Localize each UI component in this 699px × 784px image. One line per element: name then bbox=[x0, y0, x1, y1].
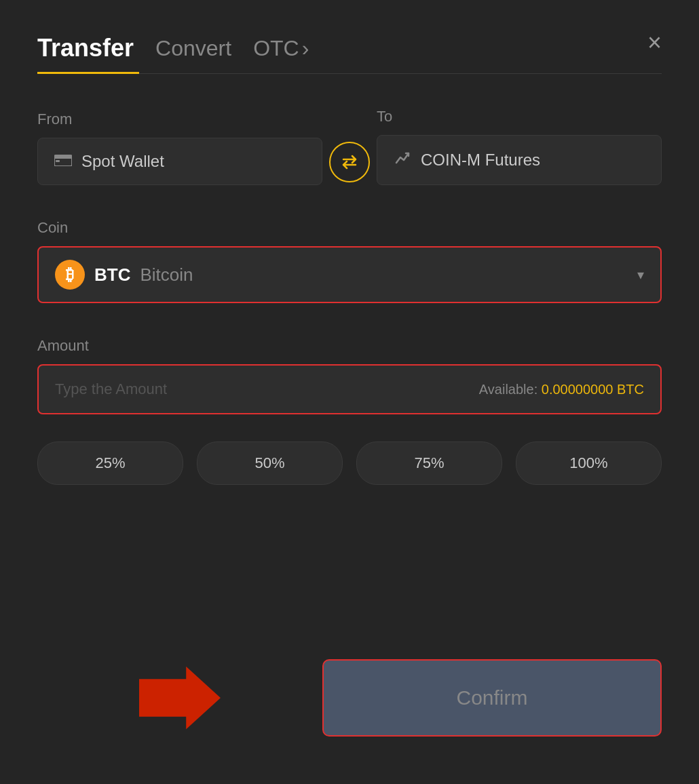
modal-container: Transfer Convert OTC › × From Spot Walle… bbox=[0, 0, 699, 784]
coin-fullname: Bitcoin bbox=[140, 264, 193, 286]
swap-btn-container bbox=[322, 142, 377, 185]
from-to-section: From Spot Wallet bbox=[37, 108, 662, 185]
tab-otc-label: OTC bbox=[253, 36, 299, 61]
coin-label: Coin bbox=[37, 219, 662, 237]
swap-button[interactable] bbox=[329, 142, 370, 182]
tab-transfer[interactable]: Transfer bbox=[37, 34, 134, 62]
btc-icon: ₿ bbox=[55, 260, 85, 290]
coin-selector[interactable]: ₿ BTC Bitcoin ▾ bbox=[37, 246, 662, 303]
amount-section: Amount Available: 0.00000000 BTC bbox=[37, 337, 662, 414]
header: Transfer Convert OTC › bbox=[37, 34, 662, 62]
from-wallet-selector[interactable]: Spot Wallet bbox=[37, 138, 322, 185]
pct-50-button[interactable]: 50% bbox=[197, 442, 343, 485]
to-label: To bbox=[377, 108, 662, 125]
amount-available: Available: 0.00000000 BTC bbox=[479, 382, 644, 397]
tab-underline bbox=[37, 73, 662, 74]
svg-rect-1 bbox=[54, 155, 72, 159]
btc-symbol-char: ₿ bbox=[66, 265, 74, 284]
coin-symbol: BTC bbox=[94, 264, 130, 286]
futures-icon bbox=[394, 149, 411, 171]
to-wallet-label: COIN-M Futures bbox=[421, 151, 540, 170]
available-value: 0.00000000 BTC bbox=[542, 382, 644, 397]
amount-label: Amount bbox=[37, 337, 662, 355]
from-wallet-label: Spot Wallet bbox=[81, 152, 164, 171]
pct-100-button[interactable]: 100% bbox=[516, 442, 662, 485]
pct-75-button[interactable]: 75% bbox=[356, 442, 502, 485]
tab-convert[interactable]: Convert bbox=[155, 36, 231, 61]
svg-marker-3 bbox=[139, 667, 221, 729]
tab-otc[interactable]: OTC › bbox=[253, 36, 309, 61]
arrow-container bbox=[37, 664, 322, 732]
to-wallet-selector[interactable]: COIN-M Futures bbox=[377, 135, 662, 185]
pct-25-button[interactable]: 25% bbox=[37, 442, 183, 485]
active-tab-indicator bbox=[37, 72, 139, 74]
red-arrow-icon bbox=[139, 664, 221, 732]
to-section: To COIN-M Futures bbox=[377, 108, 662, 185]
close-button[interactable]: × bbox=[647, 31, 662, 55]
amount-input[interactable] bbox=[55, 380, 350, 398]
from-section: From Spot Wallet bbox=[37, 111, 322, 185]
from-wallet-icon bbox=[54, 153, 72, 170]
coin-section: Coin ₿ BTC Bitcoin ▾ bbox=[37, 219, 662, 303]
amount-input-box: Available: 0.00000000 BTC bbox=[37, 364, 662, 414]
confirm-button[interactable]: Confirm bbox=[322, 659, 662, 737]
percentage-buttons: 25% 50% 75% 100% bbox=[37, 442, 662, 485]
available-label: Available: bbox=[479, 382, 542, 397]
from-label: From bbox=[37, 111, 322, 128]
bottom-section: Confirm bbox=[37, 659, 662, 737]
svg-rect-2 bbox=[56, 160, 60, 162]
tab-otc-chevron: › bbox=[302, 36, 309, 61]
chevron-down-icon: ▾ bbox=[637, 267, 644, 283]
